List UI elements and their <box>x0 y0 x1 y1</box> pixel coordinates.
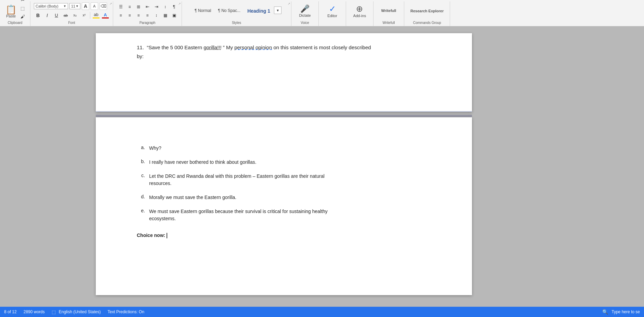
voice-label: Voice <box>301 21 309 25</box>
underline-button[interactable]: U <box>52 12 61 19</box>
pilcrow-button[interactable]: ¶ <box>170 3 178 11</box>
bullets-button[interactable]: ☰ <box>117 3 125 11</box>
clipboard-copy-button[interactable]: ⬚ <box>18 4 27 12</box>
align-right-button[interactable]: ≡ <box>134 12 143 19</box>
choice-a: a. Why? <box>137 145 438 152</box>
clipboard-cut-button[interactable]: ✂ <box>18 0 27 4</box>
font-size-dropdown-icon[interactable]: ▼ <box>76 4 79 8</box>
style-heading1-label: Heading 1 <box>247 8 270 14</box>
type-here-label[interactable]: Type here to se <box>612 309 640 314</box>
choice-e-letter: e. <box>137 208 145 213</box>
end-quote: ” <box>223 44 225 50</box>
style-normal-label: ¶ Normal <box>195 8 211 13</box>
font-name-value: Calibri (Body) <box>36 4 58 8</box>
search-icon[interactable]: 🔍 <box>602 309 608 315</box>
writefull-button[interactable]: Writefull <box>379 8 399 14</box>
align-left-button[interactable]: ≡ <box>117 12 125 19</box>
text-predictions-value: Text Predictions: On <box>107 309 144 314</box>
paste-label: Paste <box>6 14 16 18</box>
rest-of-sentence: on this statement is most closely descri… <box>273 44 371 50</box>
borders-button[interactable]: ▣ <box>170 12 178 19</box>
style-no-spacing[interactable]: ¶ No Spac... <box>215 6 244 15</box>
choice-a-text: Why? <box>149 145 161 152</box>
paste-icon: 📋 <box>5 5 16 14</box>
format-painter-button[interactable]: 🖌 <box>18 13 27 20</box>
addins-group-label <box>359 21 360 25</box>
font-label: Font <box>68 21 75 25</box>
page-bottom-content: a. Why? b. I really have never bothered … <box>96 117 472 295</box>
choice-now: Choice now: <box>137 233 438 238</box>
voice-group: 🎤 Dictate Voice <box>291 1 319 26</box>
font-color-indicator <box>102 17 109 18</box>
shading-button[interactable]: ▦ <box>161 12 169 19</box>
highlight-button[interactable]: ab <box>92 12 100 19</box>
font-dialog-launcher[interactable]: ↗ <box>109 2 112 5</box>
choice-c-text: Let the DRC and Rwanda deal with this pr… <box>149 173 325 187</box>
language[interactable]: ⬚ English (United States) <box>52 309 101 315</box>
paragraph-label: Paragraph <box>140 21 156 25</box>
choice-a-letter: a. <box>137 145 145 150</box>
dictate-button[interactable]: 🎤 Dictate <box>296 3 313 18</box>
middle-text: My <box>226 44 234 50</box>
strikethrough-button[interactable]: ab <box>62 12 70 19</box>
dictate-label: Dictate <box>299 13 311 17</box>
answer-choices: a. Why? b. I really have never bothered … <box>137 145 438 238</box>
editor-group: ✓ Editor <box>319 1 346 26</box>
sort-button[interactable]: ↕ <box>161 3 169 11</box>
cursor <box>167 233 167 238</box>
increase-indent-button[interactable]: ⇥ <box>152 3 160 11</box>
align-center-button[interactable]: ≡ <box>126 12 134 19</box>
clipboard-group: 📋 Paste ✂ ⬚ 🖌 Clipboard <box>0 1 30 26</box>
page-number: 8 of 12 <box>4 309 17 314</box>
editor-button[interactable]: ✓ Editor <box>325 3 340 19</box>
justify-button[interactable]: ≡ <box>143 12 152 19</box>
clipboard-label: Clipboard <box>8 21 23 25</box>
font-color-button[interactable]: A <box>101 12 109 19</box>
text-predictions: Text Predictions: On <box>107 309 144 314</box>
dictate-icon: 🎤 <box>300 4 310 13</box>
clear-formatting-button[interactable]: ⌫ <box>100 2 107 10</box>
style-heading1[interactable]: Heading 1 <box>244 6 273 15</box>
choice-e-text: We must save Eastern gorillas because th… <box>149 208 328 222</box>
question-number: 11. <box>137 44 145 50</box>
right-margin <box>479 26 644 307</box>
font-shrink-button[interactable]: A <box>91 2 98 10</box>
addins-button[interactable]: ⊕ Add-ins <box>351 3 369 19</box>
style-no-spacing-label: ¶ No Spac... <box>218 8 240 13</box>
styles-dialog-launcher[interactable]: ↗ <box>288 2 290 5</box>
language-icon: ⬚ <box>52 309 56 315</box>
paragraph-dialog-launcher[interactable]: ↗ <box>178 2 181 5</box>
subscript-button[interactable]: x₂ <box>71 12 79 19</box>
font-name-selector[interactable]: Calibri (Body) ▼ <box>34 3 68 9</box>
choice-c: c. Let the DRC and Rwanda deal with this… <box>137 173 438 187</box>
font-size-selector[interactable]: 11 ▼ <box>69 3 80 9</box>
separator-line <box>96 116 472 116</box>
personal-opinion-text: personal opinion <box>234 44 272 50</box>
line-spacing-button[interactable]: ↕ <box>152 12 160 19</box>
status-right: 🔍 Type here to se <box>602 309 640 315</box>
editor-icon: ✓ <box>329 4 336 14</box>
multilevel-list-button[interactable]: ⊞ <box>134 3 143 11</box>
font-size-value: 11 <box>71 4 75 8</box>
addins-icon: ⊕ <box>356 4 363 14</box>
writefull-group-label: Writefull <box>383 21 395 25</box>
by-line: by: <box>137 52 438 61</box>
styles-expand-button[interactable]: ▼ <box>274 6 281 14</box>
content-area: 11. “Save the 5 000 Eastern gorilla!!! ”… <box>0 26 644 307</box>
page-separator <box>96 115 472 117</box>
style-normal[interactable]: ¶ Normal <box>192 6 214 15</box>
paragraph-group: ☰ ≡ ⊞ ⇤ ⇥ ↕ ¶ ≡ ≡ ≡ ≡ ↕ ▦ ▣ Paragraph ↗ <box>113 1 182 26</box>
paste-button[interactable]: 📋 Paste <box>3 3 18 20</box>
choice-d: d. Morally we must save the Eastern gori… <box>137 194 438 201</box>
superscript-button[interactable]: x² <box>80 12 88 19</box>
opening-quote: “Save the 5 000 Eastern <box>147 44 203 50</box>
font-grow-button[interactable]: A <box>82 2 89 10</box>
font-name-dropdown-icon[interactable]: ▼ <box>63 4 66 8</box>
bold-button[interactable]: B <box>34 12 42 19</box>
choice-c-letter: c. <box>137 173 145 178</box>
research-explorer-button[interactable]: Research Explorer <box>408 8 446 14</box>
numbering-button[interactable]: ≡ <box>126 3 134 11</box>
italic-button[interactable]: I <box>43 12 51 19</box>
decrease-indent-button[interactable]: ⇤ <box>143 3 152 11</box>
highlight-color-indicator <box>93 17 100 18</box>
